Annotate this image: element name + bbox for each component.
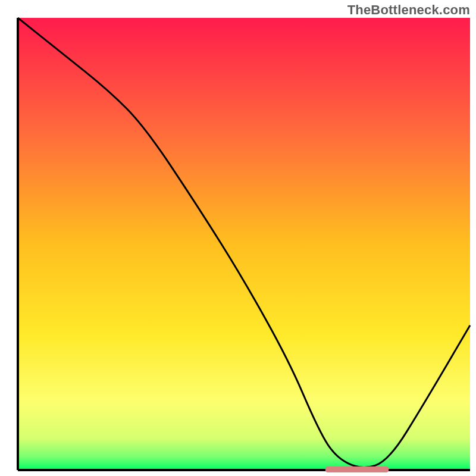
plot-background bbox=[18, 18, 470, 470]
chart-container: TheBottleneck.com bbox=[0, 0, 476, 476]
target-marker bbox=[325, 466, 389, 472]
bottleneck-chart bbox=[0, 0, 476, 476]
